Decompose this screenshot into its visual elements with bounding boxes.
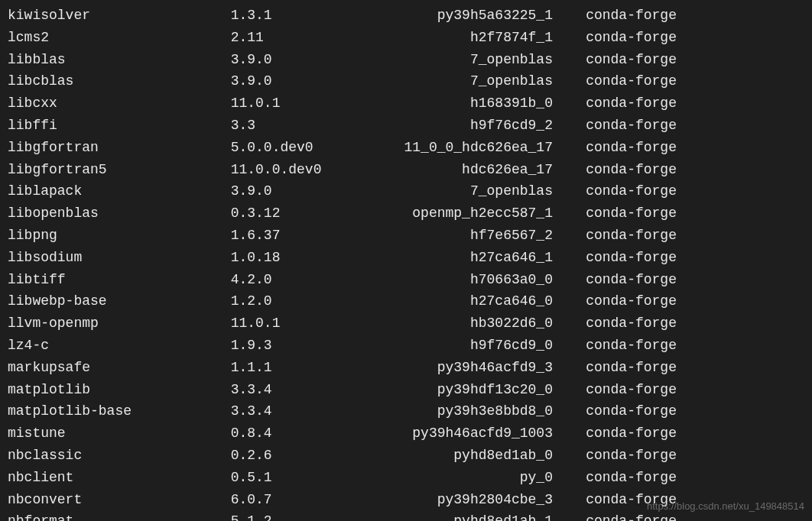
package-version: 5.1.2 bbox=[231, 513, 372, 521]
package-channel: conda-forge bbox=[553, 316, 677, 331]
package-version: 1.0.18 bbox=[231, 250, 372, 265]
package-build: h27ca646_0 bbox=[371, 293, 553, 309]
package-version: 3.9.0 bbox=[231, 73, 372, 89]
package-channel: conda-forge bbox=[553, 360, 677, 375]
package-row: libffi 3.3 h9f76cd9_2 conda-forge bbox=[8, 115, 804, 137]
watermark-text: https://blog.csdn.net/xu_149848514 bbox=[647, 499, 804, 515]
package-row: libwebp-base 1.2.0 h27ca646_0 conda-forg… bbox=[8, 290, 804, 312]
package-name: libgfortran5 bbox=[8, 162, 231, 177]
package-name: markupsafe bbox=[8, 360, 231, 375]
package-channel: conda-forge bbox=[553, 293, 677, 309]
package-channel: conda-forge bbox=[553, 228, 677, 243]
package-row: lcms2 2.11 h2f7874f_1 conda-forge bbox=[8, 27, 804, 49]
package-version: 1.9.3 bbox=[231, 338, 372, 353]
package-row: libtiff 4.2.0 h70663a0_0 conda-forge bbox=[8, 269, 804, 291]
package-channel: conda-forge bbox=[553, 338, 677, 353]
package-channel: conda-forge bbox=[553, 30, 677, 45]
package-channel: conda-forge bbox=[553, 95, 677, 111]
package-row: libcxx 11.0.1 h168391b_0 conda-forge bbox=[8, 92, 804, 115]
package-build: py39h46acfd9_1003 bbox=[371, 426, 553, 441]
package-row: libcblas 3.9.0 7_openblas conda-forge bbox=[8, 70, 804, 92]
package-row: libgfortran 5.0.0.dev0 11_0_0_hdc626ea_1… bbox=[8, 137, 804, 159]
package-version: 11.0.1 bbox=[231, 316, 372, 331]
package-version: 0.3.12 bbox=[231, 205, 372, 221]
package-build: openmp_h2ecc587_1 bbox=[371, 205, 553, 221]
package-name: libwebp-base bbox=[8, 293, 231, 309]
package-version: 0.5.1 bbox=[231, 470, 372, 485]
package-version: 1.1.1 bbox=[231, 360, 372, 375]
package-name: lz4-c bbox=[8, 338, 231, 353]
package-name: liblapack bbox=[8, 183, 231, 199]
package-version: 3.3.4 bbox=[231, 403, 372, 419]
package-build: py39h3e8bbd8_0 bbox=[371, 403, 553, 419]
package-name: libopenblas bbox=[8, 205, 231, 221]
package-name: nbconvert bbox=[8, 492, 231, 507]
package-name: mistune bbox=[8, 426, 231, 441]
package-name: matplotlib-base bbox=[8, 403, 231, 419]
package-build: hb3022d6_0 bbox=[371, 316, 553, 331]
package-version: 1.6.37 bbox=[231, 228, 372, 243]
package-build: h2f7874f_1 bbox=[371, 30, 553, 45]
package-name: libcblas bbox=[8, 73, 231, 89]
package-row: libopenblas 0.3.12 openmp_h2ecc587_1 con… bbox=[8, 202, 804, 225]
package-build: py39h46acfd9_3 bbox=[371, 360, 553, 375]
package-build: pyhd8ed1ab_0 bbox=[371, 448, 553, 463]
package-name: llvm-openmp bbox=[8, 316, 231, 331]
package-version: 3.3 bbox=[231, 118, 372, 133]
package-version: 0.2.6 bbox=[231, 448, 372, 463]
package-version: 1.3.1 bbox=[231, 8, 372, 23]
package-build: py39hdf13c20_0 bbox=[371, 382, 553, 397]
package-row: libsodium 1.0.18 h27ca646_1 conda-forge bbox=[8, 247, 804, 269]
package-channel: conda-forge bbox=[553, 183, 677, 199]
package-name: libtiff bbox=[8, 272, 231, 287]
package-name: libsodium bbox=[8, 250, 231, 265]
package-name: nbformat bbox=[8, 513, 231, 521]
terminal-output: kiwisolver 1.3.1 py39h5a63225_1 conda-fo… bbox=[0, 0, 812, 521]
package-name: libblas bbox=[8, 52, 231, 67]
package-row: libblas 3.9.0 7_openblas conda-forge bbox=[8, 49, 804, 71]
package-build: h168391b_0 bbox=[371, 95, 553, 111]
package-row: matplotlib-base 3.3.4 py39h3e8bbd8_0 con… bbox=[8, 400, 804, 422]
package-version: 11.0.1 bbox=[231, 95, 372, 111]
package-channel: conda-forge bbox=[553, 382, 677, 397]
package-build: h9f76cd9_0 bbox=[371, 338, 553, 353]
package-name: libffi bbox=[8, 118, 231, 133]
package-row: liblapack 3.9.0 7_openblas conda-forge bbox=[8, 180, 804, 202]
package-build: py39h5a63225_1 bbox=[371, 8, 553, 23]
package-row: mistune 0.8.4 py39h46acfd9_1003 conda-fo… bbox=[8, 422, 804, 445]
package-channel: conda-forge bbox=[553, 73, 677, 89]
package-version: 11.0.0.dev0 bbox=[231, 162, 372, 177]
package-build: hdc626ea_17 bbox=[371, 162, 553, 177]
package-build: h27ca646_1 bbox=[371, 250, 553, 265]
package-build: h9f76cd9_2 bbox=[371, 118, 553, 133]
package-row: nbclassic 0.2.6 pyhd8ed1ab_0 conda-forge bbox=[8, 445, 804, 467]
package-channel: conda-forge bbox=[553, 140, 677, 155]
package-build: hf7e6567_2 bbox=[371, 228, 553, 243]
package-channel: conda-forge bbox=[553, 426, 677, 441]
package-name: libgfortran bbox=[8, 140, 231, 155]
package-row: matplotlib 3.3.4 py39hdf13c20_0 conda-fo… bbox=[8, 379, 804, 401]
package-build: 7_openblas bbox=[371, 183, 553, 199]
package-version: 3.3.4 bbox=[231, 382, 372, 397]
package-name: nbclassic bbox=[8, 448, 231, 463]
package-row: markupsafe 1.1.1 py39h46acfd9_3 conda-fo… bbox=[8, 357, 804, 379]
package-version: 6.0.7 bbox=[231, 492, 372, 507]
package-name: kiwisolver bbox=[8, 8, 231, 23]
package-row: lz4-c 1.9.3 h9f76cd9_0 conda-forge bbox=[8, 335, 804, 357]
package-row: nbclient 0.5.1 py_0 conda-forge bbox=[8, 467, 804, 489]
package-name: libcxx bbox=[8, 95, 231, 111]
package-name: matplotlib bbox=[8, 382, 231, 397]
package-build: py_0 bbox=[371, 470, 553, 485]
package-row: llvm-openmp 11.0.1 hb3022d6_0 conda-forg… bbox=[8, 312, 804, 335]
package-build: 11_0_0_hdc626ea_17 bbox=[371, 140, 553, 155]
package-row: kiwisolver 1.3.1 py39h5a63225_1 conda-fo… bbox=[8, 5, 804, 27]
package-build: 7_openblas bbox=[371, 73, 553, 89]
package-channel: conda-forge bbox=[553, 403, 677, 419]
package-channel: conda-forge bbox=[553, 8, 677, 23]
package-channel: conda-forge bbox=[553, 162, 677, 177]
package-build: pyhd8ed1ab_1 bbox=[371, 513, 553, 521]
package-channel: conda-forge bbox=[553, 448, 677, 463]
package-build: h70663a0_0 bbox=[371, 272, 553, 287]
package-name: nbclient bbox=[8, 470, 231, 485]
package-name: libpng bbox=[8, 228, 231, 243]
